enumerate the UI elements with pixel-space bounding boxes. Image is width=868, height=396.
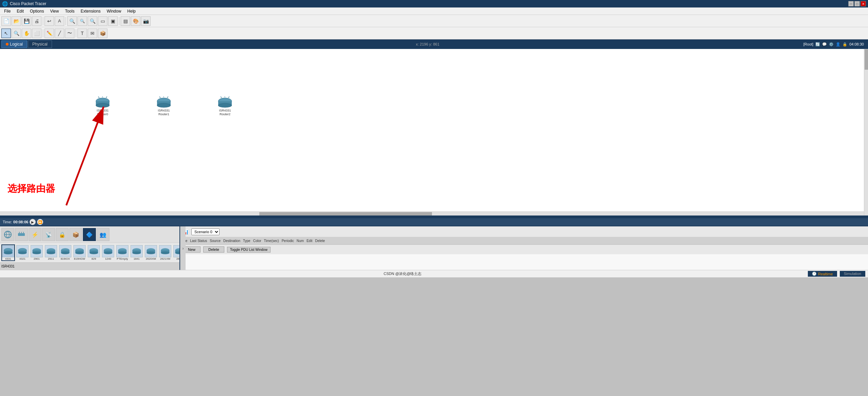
category-wireless[interactable]: 📡: [42, 228, 55, 241]
category-hubs[interactable]: ⚡: [29, 228, 41, 241]
subcat-819iox[interactable]: 819IOX: [58, 245, 72, 260]
subcat-819hgw[interactable]: 819HGW: [73, 245, 86, 260]
menu-options[interactable]: Options: [27, 8, 47, 14]
logical-dot: [6, 43, 8, 46]
menu-view[interactable]: View: [47, 8, 62, 14]
col-periodic: Periodic: [282, 239, 294, 243]
category-switches[interactable]: [15, 228, 28, 241]
subcat-2621xm[interactable]: 2621XM: [158, 245, 172, 260]
custom2-button[interactable]: 🎨: [131, 16, 140, 26]
col-destination: Destination: [223, 239, 240, 243]
category-network[interactable]: [1, 228, 14, 241]
subcat-2811[interactable]: 2811: [173, 245, 179, 260]
physical-label: Physical: [32, 42, 48, 47]
open-button[interactable]: 📂: [12, 16, 21, 26]
col-source: Source: [210, 239, 221, 243]
svg-point-67: [147, 252, 155, 255]
zoom-in-button[interactable]: 🔍: [67, 16, 77, 26]
col-laststatus: Last Status: [190, 239, 207, 243]
subcat-4321[interactable]: 4321: [16, 245, 29, 260]
icon5: 🔒: [843, 42, 847, 47]
horizontal-scrollbar[interactable]: [0, 211, 864, 216]
tab-physical[interactable]: Physical: [28, 40, 52, 48]
menu-tools[interactable]: Tools: [62, 8, 77, 14]
subcat-1240[interactable]: 1240: [101, 245, 115, 260]
step-button[interactable]: ⏩: [37, 219, 43, 225]
subcat-829[interactable]: 829: [87, 245, 101, 260]
line-button[interactable]: ╱: [55, 29, 64, 38]
menu-extensions[interactable]: Extensions: [78, 8, 103, 14]
zoom-reset-button[interactable]: 🔍: [88, 16, 97, 26]
subcat-4331[interactable]: 4331: [1, 244, 15, 261]
realtime-btn[interactable]: 🕐 Realtime: [808, 271, 837, 277]
router1-model: ISR4331: [158, 109, 170, 113]
undo-button[interactable]: ↩: [45, 16, 54, 26]
svg-point-61: [118, 252, 127, 255]
hscroll-thumb[interactable]: [259, 212, 432, 216]
text-button[interactable]: T: [77, 29, 87, 38]
router2[interactable]: ISR4331 Router2: [217, 97, 233, 116]
simulation-label: Simulation: [844, 272, 861, 276]
category-multiuser[interactable]: 👥: [97, 228, 109, 241]
vertical-scrollbar[interactable]: [864, 49, 868, 216]
zoom-fit-button[interactable]: ▣: [108, 16, 118, 26]
simulation-btn[interactable]: Simulation: [840, 271, 865, 277]
app-icon: 🌐: [2, 1, 8, 6]
router1[interactable]: ISR4331 Router1: [156, 97, 172, 116]
router0[interactable]: ISR4331 Router0: [94, 97, 111, 116]
logical-label: Logical: [10, 42, 23, 47]
bottom-panel: [0, 216, 868, 218]
custom1-button[interactable]: ▤: [121, 16, 130, 26]
icon2: 💬: [822, 42, 827, 47]
redo-button[interactable]: A: [55, 16, 64, 26]
restore-button[interactable]: □: [854, 1, 860, 6]
tab-logical[interactable]: Logical: [1, 40, 27, 48]
print-button[interactable]: 🖨: [32, 16, 41, 26]
canvas-area[interactable]: ISR4331 Router0 ISR4331 Router1: [0, 49, 868, 216]
device-panel: ⚡ 📡 🔒 📦 🔷 👥 4331 4321 2901: [0, 226, 868, 270]
col-delete: Delete: [315, 239, 325, 243]
scenario-dropdown[interactable]: Scenario 0: [191, 228, 220, 235]
draw-button[interactable]: ⬜: [32, 29, 41, 38]
annotation-text: 选择路由器: [7, 182, 55, 195]
zoom-rect-button[interactable]: ▭: [98, 16, 107, 26]
subcat-2620xm[interactable]: 2620XM: [144, 245, 158, 260]
category-security[interactable]: 🔒: [56, 228, 69, 241]
play-button[interactable]: ▶: [30, 219, 36, 225]
email-button[interactable]: ✉: [88, 29, 97, 38]
subcat-2911[interactable]: 2911: [44, 245, 58, 260]
toggle-pdu-button[interactable]: Toggle PDU List Window: [227, 247, 271, 253]
minimize-button[interactable]: ─: [848, 1, 854, 6]
expand-left-arrow[interactable]: ›: [180, 226, 186, 271]
new-button[interactable]: 📄: [1, 16, 11, 26]
router2-model: ISR4331: [219, 109, 231, 113]
select-button[interactable]: ↖: [1, 29, 11, 38]
scrollbar-thumb[interactable]: [865, 49, 868, 70]
pdu-button[interactable]: 📦: [98, 29, 107, 38]
subcat-2901-label: 2901: [34, 257, 40, 260]
titlebar-controls: ─ □ ✕: [848, 1, 866, 6]
pencil-button[interactable]: ✏️: [45, 29, 54, 38]
time-display: 04:08:30: [849, 42, 864, 46]
curve-button[interactable]: 〜: [65, 29, 74, 38]
menu-help[interactable]: Help: [125, 8, 139, 14]
delete-pdu-button[interactable]: Delete: [203, 246, 224, 253]
subcat-4331-label: 4331: [5, 257, 11, 260]
custom3-button[interactable]: 📷: [141, 16, 151, 26]
category-custom[interactable]: 🔷: [83, 228, 96, 241]
save-button[interactable]: 💾: [22, 16, 31, 26]
realtime-icon: 🕐: [812, 272, 817, 276]
close-button[interactable]: ✕: [861, 1, 866, 6]
subcat-ptempty[interactable]: PTEmpty: [116, 245, 129, 260]
move-button[interactable]: 🔍: [12, 29, 21, 38]
subcat-2901[interactable]: 2901: [30, 245, 44, 260]
menubar: File Edit Options View Tools Extensions …: [0, 7, 868, 15]
subcat-1841[interactable]: 1841: [130, 245, 143, 260]
menu-edit[interactable]: Edit: [14, 8, 27, 14]
zoom-out-button[interactable]: 🔍: [77, 16, 87, 26]
svg-point-2: [96, 103, 109, 107]
annotate-button[interactable]: ✋: [22, 29, 31, 38]
menu-file[interactable]: File: [1, 8, 13, 14]
category-wan[interactable]: 📦: [69, 228, 82, 241]
menu-window[interactable]: Window: [104, 8, 124, 14]
